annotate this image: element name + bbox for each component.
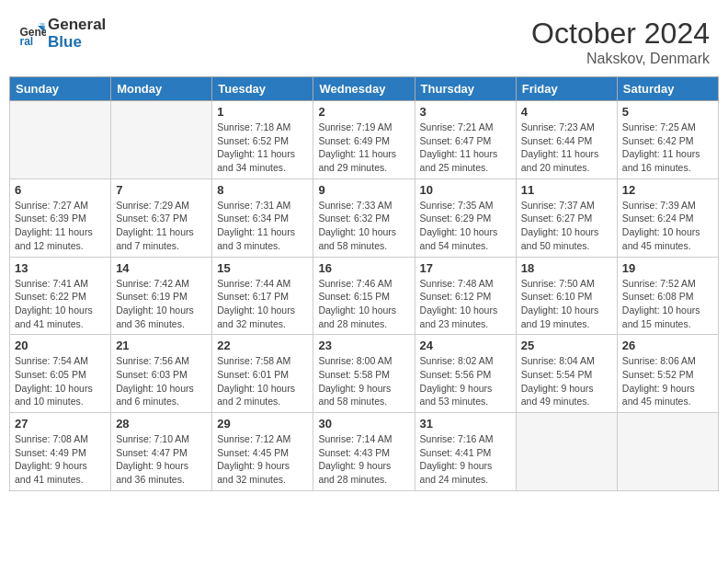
svg-text:ral: ral <box>20 35 34 48</box>
day-cell: 7Sunrise: 7:29 AM Sunset: 6:37 PM Daylig… <box>111 178 212 257</box>
day-info: Sunrise: 7:31 AM Sunset: 6:34 PM Dayligh… <box>217 199 308 253</box>
day-number: 22 <box>217 339 308 352</box>
day-cell: 22Sunrise: 7:58 AM Sunset: 6:01 PM Dayli… <box>212 335 313 413</box>
day-cell: 4Sunrise: 7:23 AM Sunset: 6:44 PM Daylig… <box>516 101 617 179</box>
day-cell <box>111 101 212 179</box>
day-number: 14 <box>116 261 207 275</box>
page-header: Gene ral General Blue October 2024 Naksk… <box>9 9 719 71</box>
weekday-friday: Friday <box>516 77 617 101</box>
day-cell: 20Sunrise: 7:54 AM Sunset: 6:05 PM Dayli… <box>10 335 111 413</box>
week-row-5: 27Sunrise: 7:08 AM Sunset: 4:49 PM Dayli… <box>10 413 719 491</box>
day-info: Sunrise: 7:58 AM Sunset: 6:01 PM Dayligh… <box>217 354 308 408</box>
calendar-body: 1Sunrise: 7:18 AM Sunset: 6:52 PM Daylig… <box>10 101 719 491</box>
day-cell: 27Sunrise: 7:08 AM Sunset: 4:49 PM Dayli… <box>10 413 111 491</box>
day-cell: 13Sunrise: 7:41 AM Sunset: 6:22 PM Dayli… <box>10 257 111 335</box>
day-number: 12 <box>622 183 713 197</box>
day-cell: 2Sunrise: 7:19 AM Sunset: 6:49 PM Daylig… <box>313 101 415 179</box>
day-cell: 10Sunrise: 7:35 AM Sunset: 6:29 PM Dayli… <box>415 178 516 257</box>
day-info: Sunrise: 7:33 AM Sunset: 6:32 PM Dayligh… <box>318 199 409 253</box>
calendar-table: SundayMondayTuesdayWednesdayThursdayFrid… <box>9 76 719 491</box>
day-number: 23 <box>318 339 409 352</box>
day-number: 1 <box>217 105 308 119</box>
day-number: 31 <box>420 417 511 431</box>
day-number: 19 <box>622 261 713 275</box>
day-cell: 24Sunrise: 8:02 AM Sunset: 5:56 PM Dayli… <box>415 335 516 413</box>
logo-icon: Gene ral <box>18 20 46 48</box>
day-cell <box>617 413 718 491</box>
weekday-thursday: Thursday <box>415 77 516 101</box>
day-cell: 28Sunrise: 7:10 AM Sunset: 4:47 PM Dayli… <box>111 413 212 491</box>
day-cell <box>516 413 617 491</box>
day-info: Sunrise: 7:10 AM Sunset: 4:47 PM Dayligh… <box>116 432 207 487</box>
day-info: Sunrise: 7:41 AM Sunset: 6:22 PM Dayligh… <box>15 277 106 331</box>
day-number: 24 <box>420 339 511 352</box>
day-number: 13 <box>15 261 106 275</box>
day-number: 21 <box>116 339 207 352</box>
day-info: Sunrise: 7:56 AM Sunset: 6:03 PM Dayligh… <box>116 354 207 408</box>
day-cell <box>10 101 111 179</box>
day-cell: 15Sunrise: 7:44 AM Sunset: 6:17 PM Dayli… <box>212 257 313 335</box>
day-number: 3 <box>420 105 511 119</box>
day-number: 20 <box>15 339 106 352</box>
day-cell: 3Sunrise: 7:21 AM Sunset: 6:47 PM Daylig… <box>415 101 516 179</box>
weekday-monday: Monday <box>111 77 212 101</box>
title-block: October 2024 Nakskov, Denmark <box>531 17 710 67</box>
day-cell: 8Sunrise: 7:31 AM Sunset: 6:34 PM Daylig… <box>212 178 313 257</box>
day-cell: 1Sunrise: 7:18 AM Sunset: 6:52 PM Daylig… <box>212 101 313 179</box>
day-info: Sunrise: 7:23 AM Sunset: 6:44 PM Dayligh… <box>521 121 612 175</box>
day-info: Sunrise: 7:50 AM Sunset: 6:10 PM Dayligh… <box>521 277 612 331</box>
day-info: Sunrise: 8:06 AM Sunset: 5:52 PM Dayligh… <box>622 354 713 408</box>
day-number: 10 <box>420 183 511 197</box>
day-cell: 14Sunrise: 7:42 AM Sunset: 6:19 PM Dayli… <box>111 257 212 335</box>
day-info: Sunrise: 8:04 AM Sunset: 5:54 PM Dayligh… <box>521 354 612 408</box>
day-info: Sunrise: 7:12 AM Sunset: 4:45 PM Dayligh… <box>217 432 308 487</box>
day-number: 7 <box>116 183 207 197</box>
day-cell: 16Sunrise: 7:46 AM Sunset: 6:15 PM Dayli… <box>313 257 415 335</box>
weekday-sunday: Sunday <box>10 77 111 101</box>
logo: Gene ral General Blue <box>18 17 106 51</box>
day-cell: 23Sunrise: 8:00 AM Sunset: 5:58 PM Dayli… <box>313 335 415 413</box>
logo-general: Gene <box>48 16 87 33</box>
day-info: Sunrise: 7:54 AM Sunset: 6:05 PM Dayligh… <box>15 354 106 408</box>
day-number: 26 <box>622 339 713 352</box>
weekday-header-row: SundayMondayTuesdayWednesdayThursdayFrid… <box>10 77 719 101</box>
day-number: 4 <box>521 105 612 119</box>
day-number: 6 <box>15 183 106 197</box>
day-cell: 21Sunrise: 7:56 AM Sunset: 6:03 PM Dayli… <box>111 335 212 413</box>
day-info: Sunrise: 7:46 AM Sunset: 6:15 PM Dayligh… <box>318 277 409 331</box>
day-number: 28 <box>116 417 207 431</box>
week-row-2: 6Sunrise: 7:27 AM Sunset: 6:39 PM Daylig… <box>10 178 719 257</box>
day-cell: 18Sunrise: 7:50 AM Sunset: 6:10 PM Dayli… <box>516 257 617 335</box>
day-cell: 19Sunrise: 7:52 AM Sunset: 6:08 PM Dayli… <box>617 257 718 335</box>
day-info: Sunrise: 7:18 AM Sunset: 6:52 PM Dayligh… <box>217 121 308 175</box>
day-number: 25 <box>521 339 612 352</box>
day-info: Sunrise: 7:39 AM Sunset: 6:24 PM Dayligh… <box>622 199 713 253</box>
day-info: Sunrise: 7:14 AM Sunset: 4:43 PM Dayligh… <box>318 432 409 487</box>
weekday-tuesday: Tuesday <box>212 77 313 101</box>
day-cell: 29Sunrise: 7:12 AM Sunset: 4:45 PM Dayli… <box>212 413 313 491</box>
weekday-wednesday: Wednesday <box>313 77 415 101</box>
day-cell: 12Sunrise: 7:39 AM Sunset: 6:24 PM Dayli… <box>617 178 718 257</box>
day-cell: 30Sunrise: 7:14 AM Sunset: 4:43 PM Dayli… <box>313 413 415 491</box>
day-cell: 26Sunrise: 8:06 AM Sunset: 5:52 PM Dayli… <box>617 335 718 413</box>
day-number: 9 <box>318 183 409 197</box>
day-number: 8 <box>217 183 308 197</box>
day-number: 16 <box>318 261 409 275</box>
day-cell: 9Sunrise: 7:33 AM Sunset: 6:32 PM Daylig… <box>313 178 415 257</box>
day-number: 5 <box>622 105 713 119</box>
day-info: Sunrise: 7:48 AM Sunset: 6:12 PM Dayligh… <box>420 277 511 331</box>
day-info: Sunrise: 7:27 AM Sunset: 6:39 PM Dayligh… <box>15 199 106 253</box>
day-cell: 6Sunrise: 7:27 AM Sunset: 6:39 PM Daylig… <box>10 178 111 257</box>
day-info: Sunrise: 7:37 AM Sunset: 6:27 PM Dayligh… <box>521 199 612 253</box>
day-number: 15 <box>217 261 308 275</box>
week-row-3: 13Sunrise: 7:41 AM Sunset: 6:22 PM Dayli… <box>10 257 719 335</box>
logo-blue: Blue <box>48 34 106 52</box>
day-info: Sunrise: 7:25 AM Sunset: 6:42 PM Dayligh… <box>622 121 713 175</box>
day-number: 27 <box>15 417 106 431</box>
day-info: Sunrise: 7:21 AM Sunset: 6:47 PM Dayligh… <box>420 121 511 175</box>
day-info: Sunrise: 7:42 AM Sunset: 6:19 PM Dayligh… <box>116 277 207 331</box>
day-number: 18 <box>521 261 612 275</box>
day-info: Sunrise: 7:16 AM Sunset: 4:41 PM Dayligh… <box>420 432 511 487</box>
day-number: 2 <box>318 105 409 119</box>
day-number: 11 <box>521 183 612 197</box>
